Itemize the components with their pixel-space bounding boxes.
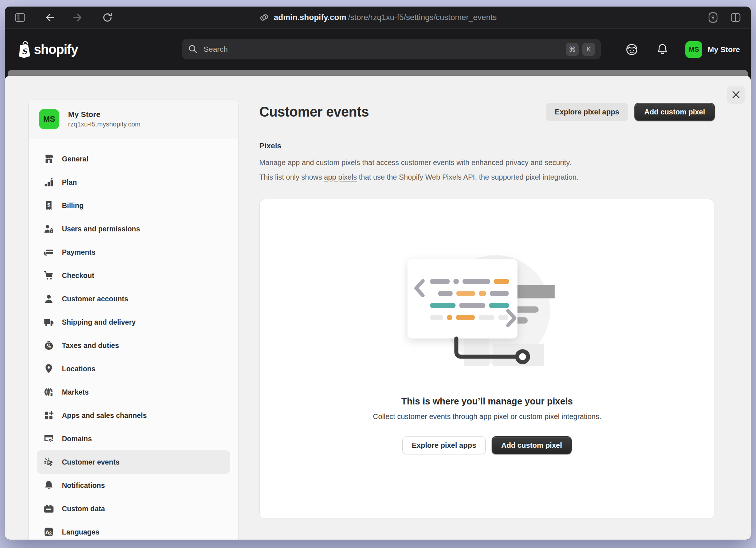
data-box-icon: [43, 503, 54, 514]
svg-text:%: %: [47, 344, 51, 349]
dimmed-page-edge: [8, 70, 748, 76]
sidebar-toggle-icon[interactable]: [13, 11, 27, 24]
forward-icon[interactable]: [72, 11, 85, 24]
account-menu[interactable]: MS My Store: [685, 41, 740, 58]
sidebar-store-avatar: MS: [39, 109, 59, 129]
sidebar-item-customer-accounts[interactable]: Customer accounts: [37, 287, 230, 310]
back-icon[interactable]: [43, 11, 56, 24]
settings-modal: MS My Store rzq1xu-f5.myshopify.com Gene…: [5, 76, 751, 540]
sidebar-item-label: Customer accounts: [62, 295, 128, 303]
sidebar-item-payments[interactable]: Payments: [37, 240, 230, 264]
search-input[interactable]: Search ⌘ K: [182, 39, 601, 59]
sidebar-item-plan[interactable]: Plan: [37, 171, 230, 194]
sidebar-item-customer-events[interactable]: Customer events: [37, 450, 230, 474]
payments-card-icon: [43, 247, 54, 258]
translate-icon: A文: [43, 527, 54, 537]
browser-window: admin.shopify.com/store/rzq1xu-f5/settin…: [5, 7, 751, 540]
money-bag-icon: %: [43, 340, 54, 351]
cursor-spark-icon: [43, 457, 54, 467]
pixels-description-line2: This list only shows app pixels that use…: [259, 170, 715, 184]
sidebar-item-label: Plan: [62, 178, 77, 187]
kbd-command: ⌘: [566, 43, 579, 56]
sidebar-store-domain: rzq1xu-f5.myshopify.com: [68, 121, 141, 128]
svg-text:$: $: [50, 392, 53, 397]
link-icon: [259, 12, 269, 23]
sidebar-item-label: Markets: [62, 388, 89, 396]
billing-icon: $: [43, 200, 54, 211]
bell-icon: [43, 480, 54, 491]
app-pixels-link[interactable]: app pixels: [324, 173, 357, 181]
person-icon: [43, 293, 54, 304]
add-custom-pixel-button[interactable]: Add custom pixel: [634, 103, 715, 121]
sidebar-item-general[interactable]: General: [37, 147, 230, 171]
user-lock-icon: [43, 223, 54, 234]
shopify-wordmark: shopify: [34, 42, 78, 57]
sidebar-store-name: My Store: [68, 110, 141, 119]
sidebar-item-users-and-permissions[interactable]: Users and permissions: [37, 217, 230, 240]
pixels-illustration: [402, 253, 573, 367]
sidebar-item-markets[interactable]: $ Markets: [37, 380, 230, 404]
sidebar-item-label: Notifications: [62, 481, 105, 490]
address-bar[interactable]: admin.shopify.com/store/rzq1xu-f5/settin…: [259, 12, 497, 23]
search-placeholder: Search: [204, 45, 228, 54]
truck-icon: [43, 317, 54, 328]
url-host: admin.shopify.com: [274, 13, 346, 22]
window-cursor-icon: [43, 433, 54, 444]
store-icon: [43, 153, 54, 164]
empty-state-title: This is where you’ll manage your pixels: [401, 396, 573, 407]
sidebar-item-label: Billing: [62, 201, 84, 210]
sidebar-item-label: Locations: [62, 365, 95, 373]
svg-text:文: 文: [48, 531, 52, 536]
sidekick-assistant-icon[interactable]: [624, 42, 639, 57]
shopify-bag-icon: S: [16, 41, 31, 58]
pixels-empty-state-card: This is where you’ll manage your pixels …: [259, 199, 715, 519]
sidebar-item-taxes-and-duties[interactable]: % Taxes and duties: [37, 334, 230, 357]
sidebar-item-label: Payments: [62, 248, 95, 257]
sidebar-item-label: Customer events: [62, 458, 119, 466]
sidebar-item-shipping-and-delivery[interactable]: Shipping and delivery: [37, 310, 230, 334]
sidebar-item-label: General: [62, 155, 88, 163]
settings-backdrop: MS My Store rzq1xu-f5.myshopify.com Gene…: [5, 70, 751, 540]
sidebar-item-label: Users and permissions: [62, 225, 140, 233]
shopify-logo[interactable]: S shopify: [16, 41, 78, 58]
shopify-top-bar: S shopify Search ⌘ K: [5, 28, 751, 70]
settings-sidebar: MS My Store rzq1xu-f5.myshopify.com Gene…: [28, 99, 239, 540]
split-view-icon[interactable]: [729, 11, 742, 24]
sidebar-item-locations[interactable]: Locations: [37, 357, 230, 380]
sidebar-item-apps-and-sales-channels[interactable]: Apps and sales channels: [37, 404, 230, 427]
sidebar-item-billing[interactable]: $ Billing: [37, 194, 230, 217]
sidebar-item-label: Apps and sales channels: [62, 411, 147, 420]
pixels-section-title: Pixels: [259, 141, 715, 150]
browser-tools-icon[interactable]: [706, 11, 720, 24]
sidebar-item-languages[interactable]: A文 Languages: [37, 520, 230, 540]
page-title: Customer events: [259, 104, 369, 120]
globe-dollar-icon: $: [43, 387, 54, 398]
apps-grid-icon: [43, 410, 54, 421]
settings-nav: General Plan $ Billing Users and permiss…: [29, 139, 238, 540]
sidebar-item-domains[interactable]: Domains: [37, 427, 230, 450]
sidebar-item-label: Shipping and delivery: [62, 318, 136, 326]
pixels-description-line1: Manage app and custom pixels that access…: [259, 155, 715, 170]
cart-icon: [43, 270, 54, 281]
explore-pixel-apps-button-empty[interactable]: Explore pixel apps: [402, 436, 486, 454]
store-name: My Store: [708, 45, 740, 54]
add-custom-pixel-button-empty[interactable]: Add custom pixel: [492, 436, 572, 454]
customer-events-page: Customer events Explore pixel apps Add c…: [239, 76, 751, 540]
url-path: /store/rzq1xu-f5/settings/customer_event…: [348, 13, 497, 22]
kbd-k: K: [582, 43, 595, 56]
sidebar-item-checkout[interactable]: Checkout: [37, 264, 230, 287]
sidebar-item-label: Languages: [62, 528, 99, 536]
store-avatar: MS: [685, 41, 702, 58]
reload-icon[interactable]: [101, 11, 114, 24]
explore-pixel-apps-button[interactable]: Explore pixel apps: [546, 103, 629, 121]
browser-chrome: admin.shopify.com/store/rzq1xu-f5/settin…: [5, 7, 751, 28]
notifications-bell-icon[interactable]: [655, 42, 670, 57]
sidebar-item-label: Taxes and duties: [62, 341, 119, 350]
sidebar-item-custom-data[interactable]: Custom data: [37, 497, 230, 520]
empty-state-subtitle: Collect customer events through app pixe…: [373, 412, 601, 421]
plan-icon: [43, 177, 54, 188]
sidebar-item-notifications[interactable]: Notifications: [37, 474, 230, 497]
sidebar-item-label: Custom data: [62, 505, 105, 513]
pixels-description: Manage app and custom pixels that access…: [259, 155, 715, 184]
svg-text:S: S: [22, 47, 28, 56]
